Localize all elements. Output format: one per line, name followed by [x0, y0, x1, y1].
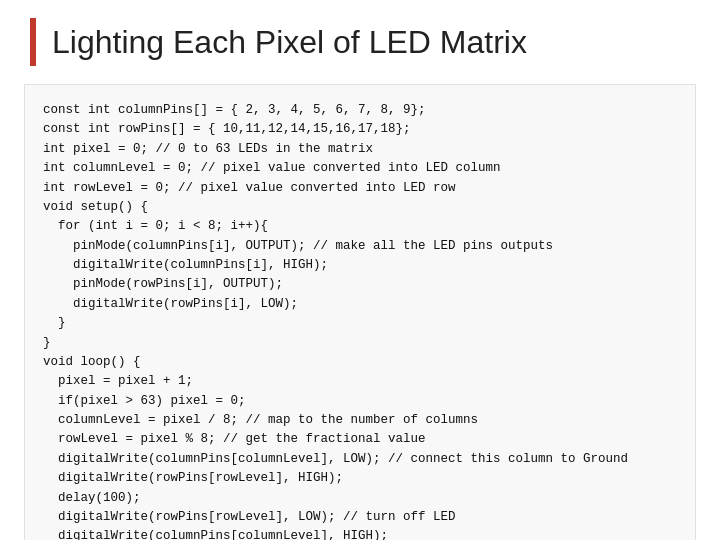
content-area: const int columnPins[] = { 2, 3, 4, 5, 6…	[0, 80, 720, 540]
code-block: const int columnPins[] = { 2, 3, 4, 5, 6…	[24, 84, 696, 540]
title-bar: Lighting Each Pixel of LED Matrix	[0, 0, 720, 80]
title-accent	[30, 18, 36, 66]
slide-title: Lighting Each Pixel of LED Matrix	[52, 18, 527, 66]
slide: Lighting Each Pixel of LED Matrix const …	[0, 0, 720, 540]
